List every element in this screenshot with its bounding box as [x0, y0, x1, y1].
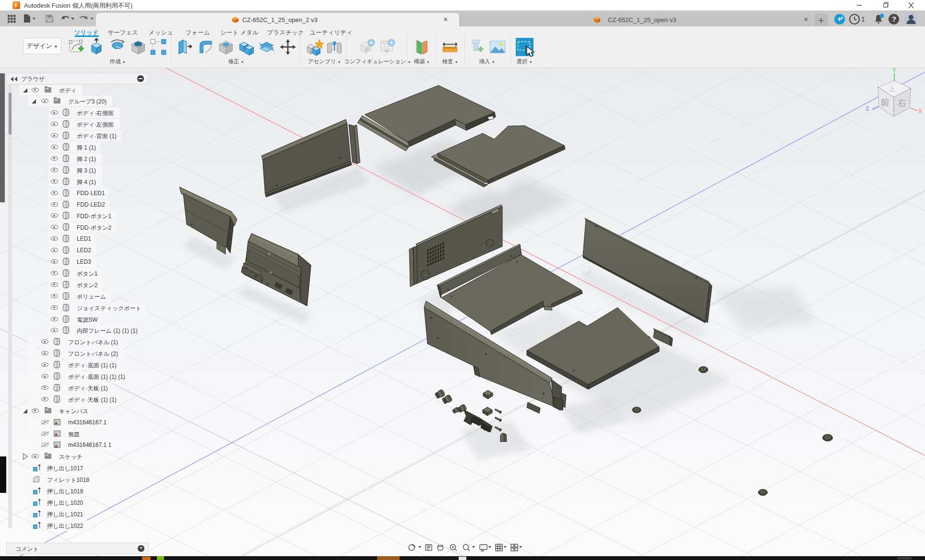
svg-text:右: 右	[897, 98, 906, 108]
svg-text:?: ?	[892, 15, 896, 23]
svg-text:X: X	[918, 108, 922, 115]
svg-text:Z: Z	[866, 105, 869, 112]
svg-text:上: 上	[889, 85, 895, 93]
svg-text:前: 前	[880, 97, 889, 107]
svg-text:1: 1	[861, 15, 865, 23]
svg-text:Y: Y	[892, 68, 896, 74]
